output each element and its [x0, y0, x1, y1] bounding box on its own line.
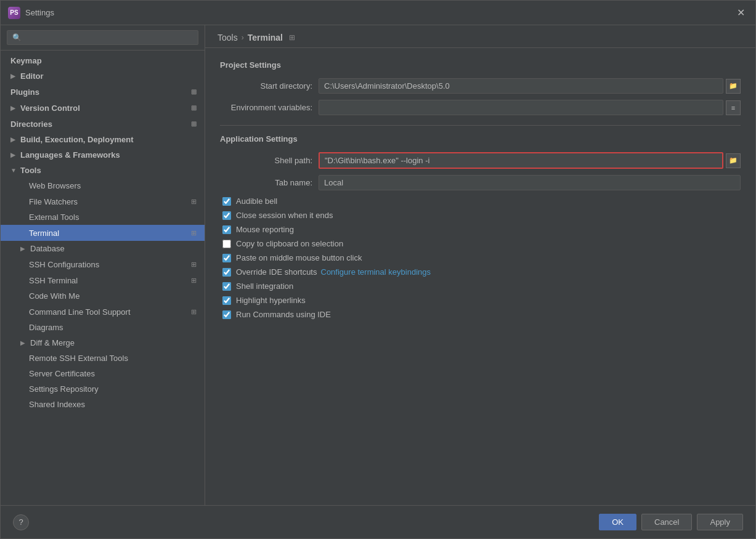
checkbox-row-copy-clipboard: Copy to clipboard on selection [220, 239, 741, 248]
sidebar-item-label-keymap: Keymap [10, 56, 42, 65]
settings-icon-ssh-configurations: ⊞ [189, 259, 198, 269]
sidebar-item-label-build-execution: Build, Execution, Deployment [20, 135, 133, 144]
checkbox-copy-clipboard[interactable] [222, 240, 231, 248]
sidebar-item-label-diagrams: Diagrams [29, 323, 63, 332]
settings-icon-plugins: ⊞ [189, 87, 198, 97]
settings-icon-cmd-line-tool: ⊞ [189, 307, 198, 317]
sidebar-item-build-execution[interactable]: Build, Execution, Deployment [1, 132, 205, 147]
sidebar-item-label-database: Database [30, 244, 65, 253]
sidebar-item-label-terminal: Terminal [29, 229, 59, 238]
sidebar-item-directories[interactable]: Directories⊞ [1, 116, 205, 132]
sidebar-item-terminal[interactable]: Terminal⊞ [1, 225, 205, 241]
checkbox-row-shell-integration: Shell integration [220, 282, 741, 291]
start-directory-input[interactable] [319, 78, 723, 94]
sidebar-item-label-diff-merge: Diff & Merge [30, 338, 75, 347]
sidebar-item-label-version-control: Version Control [20, 103, 80, 113]
checkbox-shell-integration[interactable] [222, 282, 231, 291]
settings-icon-terminal: ⊞ [189, 228, 198, 238]
sidebar-item-label-editor: Editor [20, 71, 44, 81]
env-variables-input[interactable] [319, 100, 723, 115]
checkbox-highlight-hyperlinks[interactable] [222, 296, 231, 305]
checkbox-paste-middle[interactable] [222, 254, 231, 262]
checkbox-row-paste-middle: Paste on middle mouse button click [220, 253, 741, 262]
section-divider [220, 125, 741, 126]
help-button[interactable]: ? [13, 514, 29, 530]
chevron-tools [10, 167, 19, 174]
shell-path-browse-button[interactable]: 📁 [726, 153, 741, 168]
sidebar-item-languages[interactable]: Languages & Frameworks [1, 147, 205, 163]
sidebar-item-ssh-terminal[interactable]: SSH Terminal⊞ [1, 272, 205, 288]
checkbox-label-mouse-reporting: Mouse reporting [236, 225, 294, 234]
sidebar-item-label-code-with-me: Code With Me [29, 291, 79, 301]
checkbox-row-close-session: Close session when it ends [220, 211, 741, 220]
sidebar: KeymapEditorPlugins⊞Version Control⊞Dire… [1, 25, 205, 505]
checkbox-audible-bell[interactable] [222, 197, 231, 206]
sidebar-item-plugins[interactable]: Plugins⊞ [1, 84, 205, 100]
sidebar-item-editor[interactable]: Editor [1, 68, 205, 84]
checkbox-row-mouse-reporting: Mouse reporting [220, 225, 741, 234]
project-settings-title: Project Settings [220, 60, 741, 70]
shell-path-input[interactable] [319, 152, 723, 169]
sidebar-item-label-server-certificates: Server Certificates [29, 369, 95, 378]
checkbox-label-paste-middle: Paste on middle mouse button click [236, 253, 362, 262]
sidebar-item-label-settings-repository: Settings Repository [29, 384, 99, 394]
breadcrumb-icon: ⊞ [289, 33, 295, 42]
checkbox-label-run-commands: Run Commands using IDE [236, 310, 331, 319]
checkbox-close-session[interactable] [222, 211, 231, 220]
sidebar-item-remote-ssh[interactable]: Remote SSH External Tools [1, 351, 205, 366]
sidebar-item-code-with-me[interactable]: Code With Me [1, 288, 205, 304]
sidebar-item-label-ssh-terminal: SSH Terminal [29, 276, 78, 285]
search-box [1, 25, 205, 51]
close-button[interactable]: ✕ [733, 6, 748, 20]
checkbox-override-ide[interactable] [222, 268, 231, 277]
chevron-editor [10, 73, 19, 79]
start-directory-browse-button[interactable]: 📁 [726, 79, 741, 94]
sidebar-item-tools[interactable]: Tools [1, 163, 205, 178]
sidebar-item-server-certificates[interactable]: Server Certificates [1, 366, 205, 381]
checkbox-label-audible-bell: Audible bell [236, 197, 277, 206]
sidebar-item-diagrams[interactable]: Diagrams [1, 320, 205, 335]
chevron-build-execution [10, 136, 19, 143]
shell-path-input-wrap: 📁 [319, 152, 741, 169]
checkbox-mouse-reporting[interactable] [222, 225, 231, 234]
sidebar-item-keymap[interactable]: Keymap [1, 53, 205, 68]
tab-name-input[interactable] [319, 175, 741, 190]
env-variables-browse-button[interactable]: ≡ [726, 100, 741, 115]
checkbox-row-run-commands: Run Commands using IDE [220, 310, 741, 319]
sidebar-item-settings-repository[interactable]: Settings Repository [1, 381, 205, 397]
start-directory-label: Start directory: [220, 81, 319, 91]
sidebar-item-label-cmd-line-tool: Command Line Tool Support [29, 307, 131, 317]
sidebar-item-label-plugins: Plugins [10, 87, 39, 97]
chevron-languages [10, 152, 19, 158]
sidebar-item-label-external-tools: External Tools [29, 213, 79, 222]
sidebar-item-label-tools: Tools [20, 166, 41, 175]
ok-button[interactable]: OK [599, 514, 636, 530]
app-icon: PS [8, 7, 20, 19]
footer: ? OK Cancel Apply [1, 505, 755, 538]
sidebar-item-shared-indexes[interactable]: Shared Indexes [1, 397, 205, 412]
sidebar-item-file-watchers[interactable]: File Watchers⊞ [1, 193, 205, 209]
apply-button[interactable]: Apply [697, 514, 743, 530]
settings-dialog: PS Settings ✕ KeymapEditorPlugins⊞Versio… [0, 0, 756, 539]
sidebar-item-web-browsers[interactable]: Web Browsers [1, 178, 205, 193]
chevron-database [20, 245, 29, 252]
settings-icon-file-watchers: ⊞ [189, 197, 198, 206]
checkbox-link-override-ide[interactable]: Configure terminal keybindings [321, 267, 431, 277]
breadcrumb: Tools › Terminal ⊞ [205, 25, 755, 48]
sidebar-list: KeymapEditorPlugins⊞Version Control⊞Dire… [1, 51, 205, 505]
sidebar-item-diff-merge[interactable]: Diff & Merge [1, 335, 205, 351]
start-directory-row: Start directory: 📁 [220, 78, 741, 94]
sidebar-item-label-remote-ssh: Remote SSH External Tools [29, 354, 128, 363]
sidebar-item-external-tools[interactable]: External Tools [1, 209, 205, 225]
sidebar-item-ssh-configurations[interactable]: SSH Configurations⊞ [1, 256, 205, 272]
checkbox-row-audible-bell: Audible bell [220, 197, 741, 206]
settings-icon-ssh-terminal: ⊞ [189, 275, 198, 285]
checkbox-run-commands[interactable] [222, 310, 231, 319]
sidebar-item-database[interactable]: Database [1, 241, 205, 256]
search-input[interactable] [7, 30, 198, 45]
sidebar-item-cmd-line-tool[interactable]: Command Line Tool Support⊞ [1, 304, 205, 320]
cancel-button[interactable]: Cancel [641, 514, 692, 530]
breadcrumb-separator: › [242, 33, 244, 42]
sidebar-item-version-control[interactable]: Version Control⊞ [1, 100, 205, 116]
shell-path-label: Shell path: [220, 156, 319, 165]
